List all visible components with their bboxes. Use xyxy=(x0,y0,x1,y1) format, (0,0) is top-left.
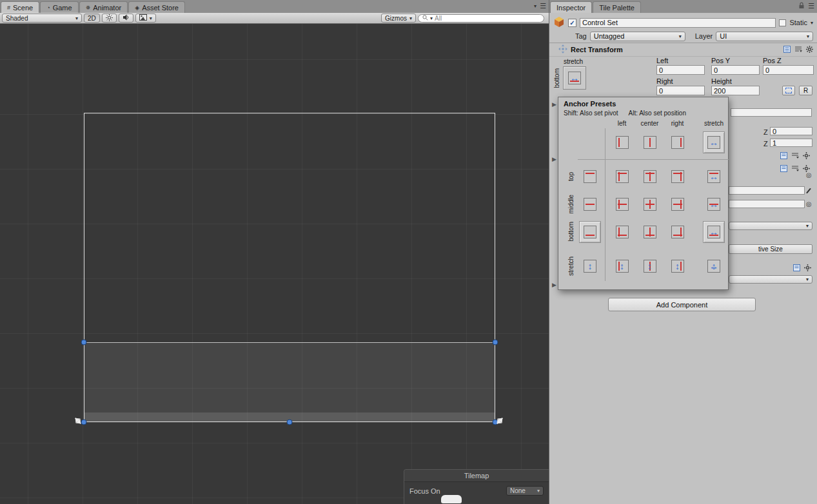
static-checkbox[interactable] xyxy=(779,19,786,26)
blueprint-icon xyxy=(785,88,792,93)
tab-scene[interactable]: #Scene xyxy=(1,1,39,13)
anchor-preset-left-bottom[interactable] xyxy=(616,226,629,238)
help-book-icon[interactable] xyxy=(783,46,791,54)
selected-rect-transform[interactable] xyxy=(84,342,495,422)
posy-field[interactable] xyxy=(711,65,760,75)
game-icon: ◔ xyxy=(46,5,50,11)
component-foldout[interactable]: ▶ xyxy=(552,156,556,162)
col-header-stretch: stretch xyxy=(704,120,723,127)
anchor-preset-right[interactable] xyxy=(671,136,684,149)
anchor-preset-stretch-h[interactable] xyxy=(703,131,725,153)
object-picker-icon[interactable]: ◎ xyxy=(806,171,812,179)
anchor-preset-right-bottom[interactable] xyxy=(671,226,684,238)
tab-tile-palette-label: Tile Palette xyxy=(599,4,635,12)
anchor-horizontal-label: stretch xyxy=(564,58,583,65)
audio-toggle[interactable] xyxy=(119,14,133,23)
anchor-preset-right-stretch[interactable] xyxy=(671,260,684,273)
help-book-icon[interactable] xyxy=(780,165,787,173)
gameobject-cube-icon xyxy=(553,16,565,29)
anchor-preset-left-top[interactable] xyxy=(616,170,629,183)
anchor-preset-stretch-middle[interactable] xyxy=(707,198,720,211)
posz-field[interactable] xyxy=(763,65,814,75)
anchor-preset-stretch-v[interactable] xyxy=(584,260,596,273)
right-field[interactable] xyxy=(656,86,705,95)
set-native-size-button[interactable]: tive Size xyxy=(729,244,812,254)
anchor-preset-stretch-bottom[interactable] xyxy=(703,221,725,243)
tab-inspector[interactable]: Inspector xyxy=(550,1,592,13)
scene-grid-icon: # xyxy=(7,5,10,11)
static-chevron-icon[interactable]: ▾ xyxy=(811,20,813,26)
add-component-button[interactable]: Add Component xyxy=(608,298,756,311)
hidden-reference-field[interactable] xyxy=(729,186,805,195)
gameobject-name-field[interactable] xyxy=(580,18,776,28)
anchor-handle-bottom-center[interactable] xyxy=(287,420,293,425)
help-book-icon[interactable] xyxy=(793,264,800,273)
anchor-preset-center-stretch[interactable] xyxy=(644,260,656,273)
raw-edit-button[interactable]: R xyxy=(799,86,812,95)
search-filter-chevron-icon[interactable]: ▾ xyxy=(430,15,433,21)
focus-on-value: None xyxy=(510,487,526,494)
effects-dropdown[interactable]: ▾ xyxy=(135,14,156,23)
anchor-preset-center-middle[interactable] xyxy=(644,198,656,211)
layer-dropdown[interactable]: UI▾ xyxy=(716,32,813,41)
anchor-presets-button[interactable] xyxy=(563,66,586,90)
speaker-icon xyxy=(123,14,130,22)
anchor-handle-top-right[interactable] xyxy=(493,340,498,345)
presets-icon[interactable] xyxy=(791,165,799,173)
blueprint-mode-button[interactable] xyxy=(782,86,795,95)
hidden-field[interactable] xyxy=(731,108,812,117)
height-field[interactable] xyxy=(711,86,760,95)
row-header-top: top xyxy=(567,172,575,181)
gear-icon[interactable] xyxy=(803,152,810,160)
anchor-preset-stretch-stretch[interactable] xyxy=(707,260,720,273)
anchor-preset-bottom[interactable] xyxy=(579,221,601,243)
pane-dropdown-icon[interactable]: ▾ xyxy=(534,3,536,9)
tab-asset-store[interactable]: ◈Asset Store xyxy=(128,1,185,13)
draw-mode-dropdown[interactable]: Shaded▾ xyxy=(2,14,82,23)
anchor-preset-middle[interactable] xyxy=(584,198,596,211)
hidden-reference-field[interactable] xyxy=(729,200,805,208)
anchor-preset-right-middle[interactable] xyxy=(671,198,684,211)
object-picker-icon[interactable]: ◎ xyxy=(806,200,812,208)
focus-on-dropdown[interactable]: None ▾ xyxy=(506,486,544,496)
active-checkbox[interactable]: ✓ xyxy=(568,19,576,27)
scene-viewport[interactable]: Tilemap Focus On None ▾ xyxy=(0,24,549,504)
tab-game[interactable]: ◔Game xyxy=(40,1,78,13)
pane-menu-icon[interactable]: ☰ xyxy=(808,2,814,10)
eyedropper-icon[interactable] xyxy=(806,188,811,194)
anchor-preset-center-top[interactable] xyxy=(644,170,656,183)
anchor-handle-top-left[interactable] xyxy=(81,340,87,345)
anchor-preset-top[interactable] xyxy=(584,170,596,183)
tab-animator[interactable]: ✵Animator xyxy=(79,1,128,13)
component-foldout[interactable]: ▶ xyxy=(552,282,556,288)
scene-search-input[interactable]: ▾ All xyxy=(418,14,544,23)
left-field[interactable] xyxy=(656,65,705,75)
help-book-icon[interactable] xyxy=(780,152,787,160)
tag-dropdown[interactable]: Untagged▾ xyxy=(590,32,685,41)
hidden-dropdown[interactable]: ▾ xyxy=(729,222,812,230)
2d-toggle[interactable]: 2D xyxy=(84,14,100,23)
anchor-preset-right-top[interactable] xyxy=(671,170,684,183)
posy-field-label: Pos Y xyxy=(711,57,730,64)
rect-transform-header[interactable]: Rect Transform xyxy=(549,43,817,57)
anchors-foldout[interactable]: ▶ xyxy=(552,101,556,108)
anchor-preset-left-middle[interactable] xyxy=(616,198,629,211)
lock-icon[interactable] xyxy=(798,2,805,10)
tab-tile-palette[interactable]: Tile Palette xyxy=(593,1,641,13)
anchor-preset-left[interactable] xyxy=(616,136,629,149)
anchor-preset-center-bottom[interactable] xyxy=(644,226,656,238)
gizmos-dropdown[interactable]: Gizmos▾ xyxy=(381,14,416,23)
inspector-tabbar: Inspector Tile Palette ☰ xyxy=(549,0,817,13)
presets-icon[interactable] xyxy=(794,46,802,54)
presets-icon[interactable] xyxy=(791,152,799,160)
pane-menu-icon[interactable]: ☰ xyxy=(540,2,546,10)
anchor-preset-stretch-top[interactable] xyxy=(707,170,720,183)
hidden-dropdown[interactable]: ▾ xyxy=(729,275,812,284)
gear-icon[interactable] xyxy=(806,46,813,54)
anchor-preset-left-stretch[interactable] xyxy=(616,260,629,273)
lighting-toggle[interactable] xyxy=(102,14,117,23)
scale-z-field[interactable] xyxy=(770,139,812,147)
gear-icon[interactable] xyxy=(804,264,811,273)
rotation-z-field[interactable] xyxy=(770,127,812,135)
anchor-preset-center[interactable] xyxy=(644,136,656,149)
